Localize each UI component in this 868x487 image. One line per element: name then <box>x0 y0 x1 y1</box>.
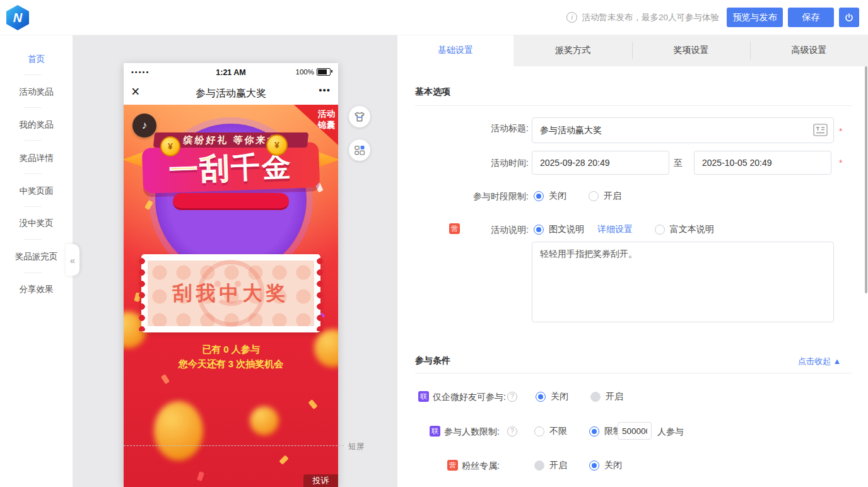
divider <box>24 273 42 273</box>
participant-limit-label: 参与人数限制: <box>444 426 500 438</box>
sidebar-item-share-effect[interactable]: 分享效果 <box>0 284 73 295</box>
top-header: N i 活动暂未发布，最多20人可参与体验 预览与发布 保存 <box>0 0 868 35</box>
tab-advanced-settings[interactable]: 高级设置 <box>750 35 868 66</box>
tab-prize-delivery[interactable]: 派奖方式 <box>513 35 632 66</box>
battery-icon <box>317 68 331 76</box>
fans-exclusive-radios: 开启 关闭 <box>534 459 622 471</box>
info-icon: i <box>566 12 577 23</box>
sidebar-item-prize-detail[interactable]: 奖品详情 <box>0 153 73 164</box>
chances-left-text: 您今天还有 3 次抽奖机会 <box>124 358 338 370</box>
detail-settings-link[interactable]: 详细设置 <box>597 224 633 234</box>
activity-title-field-wrap <box>532 117 834 143</box>
sidebar-item-home[interactable]: 首页 <box>0 54 73 65</box>
radio-rich-text-label[interactable]: 富文本说明 <box>670 224 714 234</box>
radio-fans-on[interactable] <box>534 461 544 471</box>
start-time-input[interactable] <box>532 151 669 175</box>
headline-part1: 一刮 <box>168 151 232 186</box>
radio-fans-off-label[interactable]: 关闭 <box>604 460 622 470</box>
power-icon <box>844 13 854 23</box>
left-sidebar: 首页 活动奖品 我的奖品 奖品详情 中奖页面 没中奖页 奖品派完页 分享效果 <box>0 35 73 487</box>
headline-text: 一刮千金 <box>168 151 293 185</box>
battery-indicator: 100% <box>296 68 331 76</box>
coin-decoration <box>154 401 203 461</box>
divider <box>24 107 42 108</box>
radio-period-off-label[interactable]: 关闭 <box>549 191 566 201</box>
radio-period-on[interactable] <box>589 191 599 201</box>
short-screen-guide-line <box>124 445 344 446</box>
save-button[interactable]: 保存 <box>788 8 834 27</box>
corner-badge-line2: 锦囊 <box>318 120 335 130</box>
collapse-section-link[interactable]: 点击收起 ▲ <box>798 356 841 367</box>
union-badge: 联 <box>430 426 440 437</box>
divider <box>24 173 42 174</box>
divider <box>24 239 42 240</box>
music-toggle-button[interactable]: ♪ <box>132 114 156 138</box>
confetti <box>161 374 170 384</box>
sidebar-item-my-prizes[interactable]: 我的奖品 <box>0 119 73 131</box>
radio-fans-off[interactable] <box>589 461 599 471</box>
activity-title-input[interactable] <box>532 117 834 143</box>
theme-skin-button[interactable] <box>349 106 370 127</box>
required-mark: * <box>839 126 842 136</box>
sidebar-item-prizes-gone-page[interactable]: 奖品派完页 <box>0 251 73 262</box>
tab-basic-settings[interactable]: 基础设置 <box>397 35 513 66</box>
confetti <box>144 200 153 210</box>
activity-desc-radios: 图文说明 详细设置 富文本说明 <box>534 223 714 235</box>
divider <box>24 74 42 75</box>
components-button[interactable] <box>349 139 370 161</box>
scratch-card[interactable]: 刮我中大奖 <box>141 254 320 332</box>
divider <box>24 206 42 207</box>
radio-unlimited[interactable] <box>534 426 544 437</box>
marketing-badge: 营 <box>449 223 460 234</box>
radio-period-off[interactable] <box>534 191 544 201</box>
radio-image-text-desc[interactable] <box>534 225 544 235</box>
marketing-badge: 营 <box>447 460 458 471</box>
help-icon[interactable]: ? <box>507 426 517 437</box>
divider <box>415 373 852 373</box>
divider <box>24 140 42 141</box>
time-to-text: 至 <box>674 158 683 169</box>
section-basic-options: 基本选项 <box>415 86 450 98</box>
tab-prize-settings[interactable]: 奖项设置 <box>632 35 750 66</box>
radio-wecom-on[interactable] <box>590 392 601 402</box>
radio-period-on-label[interactable]: 开启 <box>604 191 621 201</box>
corner-badge-line1: 活动 <box>318 109 335 119</box>
sidebar-item-lose-page[interactable]: 没中奖页 <box>0 218 73 229</box>
complaint-button[interactable]: 投诉 <box>303 474 338 487</box>
sidebar-collapse-handle[interactable]: « <box>66 244 79 276</box>
publish-status-text: 活动暂未发布，最多20人可参与体验 <box>582 12 719 23</box>
radio-image-text-label[interactable]: 图文说明 <box>549 224 584 234</box>
coin-icon: ¥ <box>266 134 288 156</box>
battery-percent: 100% <box>296 68 314 76</box>
preview-publish-button[interactable]: 预览与发布 <box>727 8 783 27</box>
panel-scrollbar[interactable] <box>865 66 867 293</box>
phone-nav-bar: × 参与活动赢大奖 ••• <box>124 82 338 105</box>
activity-description-textarea[interactable]: 轻轻用手指把奖券刮开。 <box>532 242 834 322</box>
preview-panel: ••••• 1:21 AM 100% × 参与活动赢大奖 ••• ♪ 活动 锦 <box>73 35 397 487</box>
radio-fans-on-label[interactable]: 开启 <box>549 460 567 470</box>
sidebar-item-win-page[interactable]: 中奖页面 <box>0 185 73 197</box>
radio-unlimited-label[interactable]: 不限 <box>549 426 567 436</box>
ticket-perforation-right <box>316 255 324 331</box>
grid-icon <box>353 144 366 156</box>
sidebar-item-activity-prizes[interactable]: 活动奖品 <box>0 86 73 98</box>
end-time-input[interactable] <box>694 151 831 175</box>
power-button[interactable] <box>839 8 859 27</box>
radio-wecom-off[interactable] <box>536 392 546 402</box>
help-icon[interactable]: ? <box>507 392 517 402</box>
participant-limit-input[interactable] <box>618 422 652 440</box>
more-menu-icon[interactable]: ••• <box>319 85 331 95</box>
insert-template-icon[interactable] <box>813 124 828 136</box>
radio-wecom-off-label[interactable]: 关闭 <box>551 391 568 401</box>
radio-rich-text-desc[interactable] <box>655 225 665 235</box>
participant-limit-suffix: 人参与 <box>657 426 684 438</box>
phone-status-bar: ••••• 1:21 AM 100% <box>124 63 338 82</box>
radio-limited[interactable] <box>589 426 599 437</box>
activity-title-label: 活动标题: <box>397 123 529 134</box>
publish-status: i 活动暂未发布，最多20人可参与体验 <box>566 0 719 35</box>
page-title: 参与活动赢大奖 <box>124 87 338 100</box>
radio-wecom-on-label[interactable]: 开启 <box>606 391 623 401</box>
brand-logo[interactable]: N <box>6 5 29 30</box>
scratch-area[interactable]: 刮我中大奖 <box>148 261 314 326</box>
period-limit-label: 参与时段限制: <box>397 191 529 202</box>
